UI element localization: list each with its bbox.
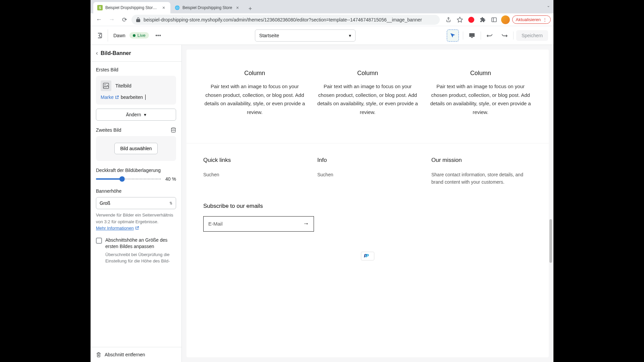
column-block[interactable]: Column Pair text with an image to focus …: [203, 70, 306, 116]
column-title: Column: [429, 70, 532, 77]
second-image-dropzone: Bild auswählen: [96, 136, 176, 161]
select-arrows-icon: ⇅: [169, 201, 172, 205]
url-text: beispiel-dropshipping-store.myshopify.co…: [144, 17, 422, 22]
live-status-badge: Live: [129, 32, 149, 39]
undo-button[interactable]: [484, 29, 496, 42]
external-link-icon: [135, 226, 139, 230]
save-button: Speichern: [516, 30, 548, 41]
column-text: Pair text with an image to focus on your…: [429, 82, 532, 116]
reload-button[interactable]: ⟳: [119, 14, 130, 25]
caret-down-icon: ▾: [349, 33, 351, 38]
share-icon[interactable]: [444, 15, 453, 24]
globe-favicon-icon: 🌐: [174, 5, 180, 10]
caret-down-icon: ▾: [144, 112, 146, 117]
email-input[interactable]: E-Mail →: [203, 216, 314, 232]
image-thumbnail-icon: [101, 80, 111, 91]
banner-height-select[interactable]: Groß ⇅: [96, 197, 176, 209]
first-image-card: Titelbild Marke bearbeiten: [96, 76, 176, 105]
footer-quicklinks-title: Quick links: [203, 157, 304, 164]
dynamic-source-icon[interactable]: [171, 127, 176, 133]
remove-section-button[interactable]: Abschnitt entfernen: [91, 347, 181, 362]
settings-sidebar: ‹ Bild-Banner Erstes Bild Titelbild Mark…: [91, 45, 182, 362]
sidepanel-icon[interactable]: [489, 15, 499, 24]
page-selector[interactable]: Startseite ▾: [255, 29, 356, 42]
live-dot-icon: [133, 34, 136, 37]
shopify-favicon-icon: S: [97, 5, 103, 10]
desktop-view-button[interactable]: [466, 29, 478, 42]
exit-editor-button[interactable]: [96, 29, 108, 42]
subscribe-section[interactable]: Subscribe to our emails E-Mail →: [186, 196, 549, 245]
submit-arrow-icon[interactable]: →: [303, 220, 309, 227]
svg-rect-0: [492, 18, 496, 22]
footer-mission-title: Our mission: [431, 157, 532, 164]
extension-opera-icon[interactable]: [467, 15, 476, 24]
svg-rect-2: [469, 33, 475, 37]
tab-title: Beispiel Dropshipping Store · D: [105, 5, 158, 10]
edit-label: bearbeiten: [121, 95, 143, 100]
column-block[interactable]: Column Pair text with an image to focus …: [316, 70, 419, 116]
more-vert-icon: ⋮: [543, 17, 547, 22]
lock-icon: [136, 17, 140, 22]
redo-button[interactable]: [498, 29, 511, 42]
opacity-slider[interactable]: [96, 178, 161, 180]
svg-point-5: [105, 84, 106, 85]
select-image-button[interactable]: Bild auswählen: [114, 143, 157, 154]
back-button[interactable]: ←: [93, 14, 105, 25]
change-image-button[interactable]: Ändern ▾: [96, 109, 176, 121]
opacity-value: 40 %: [165, 176, 176, 182]
browser-tab-strip: S Beispiel Dropshipping Store · D × 🌐 Be…: [91, 0, 553, 13]
first-image-label: Erstes Bild: [96, 67, 176, 72]
tabs-chevron-icon[interactable]: ⌄: [547, 3, 550, 8]
brand-link[interactable]: Marke: [101, 95, 119, 100]
checkbox-label: Abschnittshöhe an Größe des ersten Bilde…: [105, 237, 176, 250]
update-button[interactable]: Aktualisieren ⋮: [512, 15, 551, 24]
scrollbar-thumb[interactable]: [549, 219, 552, 263]
star-icon[interactable]: [455, 15, 465, 24]
footer-info-title: Info: [317, 157, 418, 164]
adapt-height-checkbox[interactable]: [96, 238, 102, 244]
more-info-link[interactable]: Mehr Informationen: [96, 225, 139, 232]
section-title: Bild-Banner: [101, 50, 131, 56]
profile-avatar[interactable]: [501, 15, 510, 24]
height-help-text: Verwende für Bilder ein Seitenverhältnis…: [96, 212, 176, 232]
footer-mission-text: Share contact information, store details…: [431, 171, 532, 186]
back-chevron-icon[interactable]: ‹: [96, 50, 98, 57]
footer-link[interactable]: Suchen: [203, 172, 219, 177]
column-title: Column: [203, 70, 306, 77]
close-icon[interactable]: ×: [235, 5, 240, 10]
checkbox-help-text: Überschreibt bei Überprüfung die Einstel…: [105, 251, 176, 264]
trash-icon: [96, 352, 101, 357]
subscribe-title: Subscribe to our emails: [203, 203, 532, 209]
column-text: Pair text with an image to focus on your…: [203, 82, 306, 116]
second-image-label: Zweites Bild: [96, 127, 121, 133]
footer-link[interactable]: Suchen: [317, 172, 333, 177]
browser-address-bar: ← → ⟳ beispiel-dropshipping-store.myshop…: [91, 13, 553, 26]
external-link-icon: [115, 96, 119, 99]
editor-top-bar: Dawn Live ••• Startseite ▾ Spe: [91, 26, 553, 45]
browser-tab-active[interactable]: S Beispiel Dropshipping Store · D ×: [93, 2, 170, 13]
svg-rect-3: [471, 37, 473, 38]
close-icon[interactable]: ×: [161, 5, 166, 10]
column-block[interactable]: Column Pair text with an image to focus …: [429, 70, 532, 116]
tab-title: Beispiel Dropshipping Store: [182, 5, 232, 10]
column-title: Column: [316, 70, 419, 77]
theme-preview[interactable]: Column Pair text with an image to focus …: [182, 45, 553, 362]
theme-name: Dawn: [113, 33, 125, 38]
payment-icons: [186, 245, 549, 268]
more-actions-button[interactable]: •••: [153, 30, 164, 41]
new-tab-button[interactable]: +: [246, 4, 255, 13]
paypal-icon: [361, 252, 374, 260]
url-input[interactable]: beispiel-dropshipping-store.myshopify.co…: [131, 15, 440, 25]
footer-section[interactable]: Quick links Suchen Info Suchen Our missi…: [186, 143, 549, 196]
svg-point-6: [171, 128, 175, 129]
opacity-label: Deckkraft der Bildüberlagerung: [96, 168, 176, 173]
column-text: Pair text with an image to focus on your…: [316, 82, 419, 116]
slider-thumb[interactable]: [119, 176, 125, 182]
forward-button: →: [106, 14, 117, 25]
extensions-icon[interactable]: [478, 15, 487, 24]
inspector-toggle-button[interactable]: [447, 29, 459, 42]
browser-tab[interactable]: 🌐 Beispiel Dropshipping Store ×: [170, 2, 244, 13]
banner-height-label: Bannerhöhe: [96, 188, 176, 194]
email-placeholder: E-Mail: [208, 221, 223, 227]
image-name: Titelbild: [115, 83, 131, 88]
